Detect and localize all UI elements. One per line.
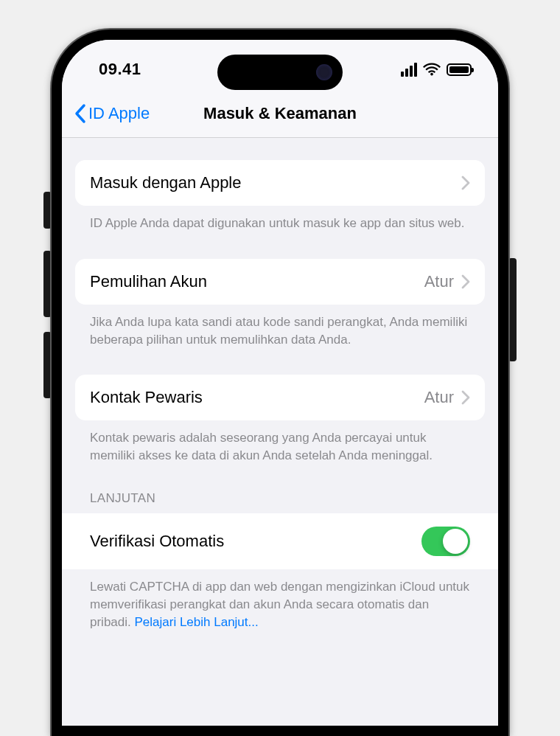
auto-verify-label: Verifikasi Otomatis xyxy=(90,532,224,551)
signin-footer: ID Apple Anda dapat digunakan untuk masu… xyxy=(75,206,485,232)
recovery-section: Pemulihan Akun Atur Jika Anda lupa kata … xyxy=(75,259,485,349)
back-button[interactable]: ID Apple xyxy=(74,103,150,124)
settings-content: Masuk dengan Apple ID Apple Anda dapat d… xyxy=(62,138,498,638)
wifi-icon xyxy=(423,63,441,76)
auto-verify-footer: Lewati CAPTCHA di app dan web dengan men… xyxy=(75,569,485,631)
recovery-value: Atur xyxy=(424,272,454,291)
account-recovery-row[interactable]: Pemulihan Akun Atur xyxy=(75,259,485,305)
legacy-section: Kontak Pewaris Atur Kontak pewaris adala… xyxy=(75,375,485,465)
chevron-right-icon xyxy=(461,176,470,190)
nav-bar: ID Apple Masuk & Keamanan xyxy=(62,93,498,138)
legacy-value: Atur xyxy=(424,388,454,407)
phone-frame: 09.41 ID Apple Masuk & Keamanan xyxy=(52,29,508,736)
chevron-left-icon xyxy=(74,103,87,124)
legacy-contact-row[interactable]: Kontak Pewaris Atur xyxy=(75,375,485,420)
battery-icon xyxy=(447,63,472,76)
signin-with-apple-row[interactable]: Masuk dengan Apple xyxy=(75,160,485,206)
learn-more-link[interactable]: Pelajari Lebih Lanjut... xyxy=(134,615,258,629)
page-title: Masuk & Keamanan xyxy=(203,104,357,123)
chevron-right-icon xyxy=(461,390,470,405)
recovery-footer: Jika Anda lupa kata sandi atau kode sand… xyxy=(75,305,485,349)
row-right: Atur xyxy=(424,388,470,407)
front-camera-icon xyxy=(316,64,332,80)
cellular-signal-icon xyxy=(401,63,417,77)
auto-verify-row: Verifikasi Otomatis xyxy=(62,513,498,569)
battery-fill xyxy=(449,66,469,73)
legacy-footer: Kontak pewaris adalah seseorang yang And… xyxy=(75,420,485,465)
volume-up-button xyxy=(43,251,52,317)
signin-section: Masuk dengan Apple ID Apple Anda dapat d… xyxy=(75,160,485,232)
power-button xyxy=(508,258,517,361)
phone-screen: 09.41 ID Apple Masuk & Keamanan xyxy=(62,40,498,726)
recovery-label: Pemulihan Akun xyxy=(90,272,207,291)
row-right: Atur xyxy=(424,272,470,291)
chevron-right-icon xyxy=(461,274,470,289)
silent-switch xyxy=(43,192,52,229)
legacy-label: Kontak Pewaris xyxy=(90,388,203,407)
advanced-section: LANJUTAN Verifikasi Otomatis Lewati CAPT… xyxy=(75,491,485,631)
signin-label: Masuk dengan Apple xyxy=(90,173,242,192)
back-label: ID Apple xyxy=(88,104,150,123)
dynamic-island xyxy=(217,55,343,90)
status-icons xyxy=(401,63,472,77)
auto-verify-toggle[interactable] xyxy=(421,527,470,556)
status-time: 09.41 xyxy=(99,60,141,79)
row-right xyxy=(461,176,470,190)
toggle-knob xyxy=(443,529,468,554)
volume-down-button xyxy=(43,332,52,398)
advanced-header: LANJUTAN xyxy=(75,491,485,513)
